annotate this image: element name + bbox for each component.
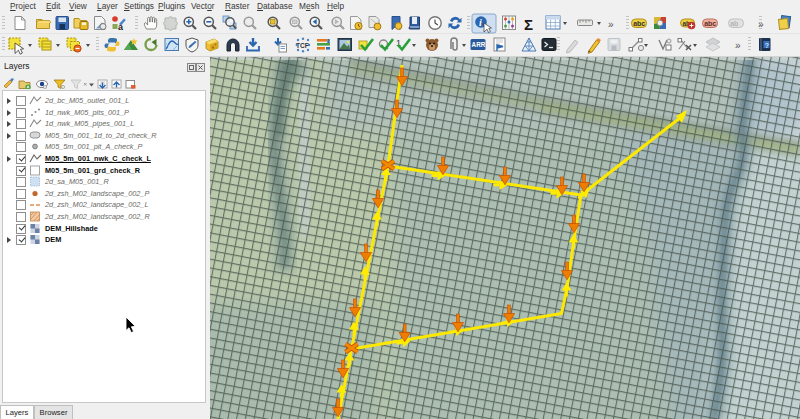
svg-text:ab: ab: [730, 20, 738, 27]
svg-text:abc: abc: [704, 20, 716, 27]
svg-text:a: a: [118, 22, 124, 32]
svg-text:ARR: ARR: [472, 41, 486, 48]
svg-text:»: »: [758, 19, 764, 30]
svg-text:TCF: TCF: [296, 42, 309, 49]
svg-text:?: ?: [765, 42, 769, 49]
svg-text:»: »: [608, 19, 614, 30]
svg-text:i: i: [479, 17, 482, 28]
svg-text:abc: abc: [633, 20, 645, 27]
svg-text:»: »: [735, 40, 741, 51]
svg-text:Σ: Σ: [524, 16, 533, 33]
